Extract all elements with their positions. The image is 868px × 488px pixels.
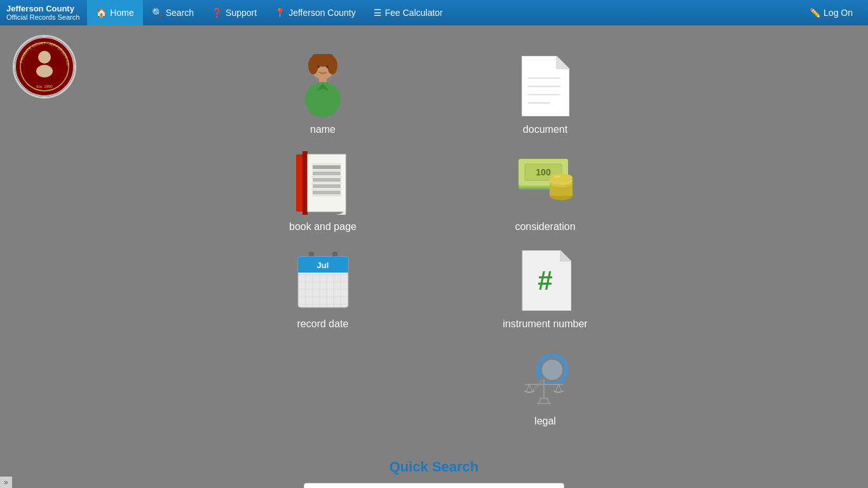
search-item-record-date[interactable]: Jul [275, 245, 370, 330]
svg-text:Est. 1950: Est. 1950 [36, 85, 53, 88]
nav-logon-button[interactable]: ✏️ Log On [801, 0, 862, 25]
search-icon: 🔍 [152, 8, 163, 18]
person-icon [297, 54, 348, 118]
svg-rect-31 [313, 172, 341, 175]
logon-icon: ✏️ [810, 8, 820, 18]
svg-text:#: # [538, 266, 552, 295]
svg-rect-32 [313, 178, 341, 182]
nav-brand-title: Jefferson County [6, 4, 79, 14]
search-item-instrument-number[interactable]: # instrument number [498, 245, 593, 330]
document-icon [522, 56, 569, 116]
calendar-icon: Jul [296, 252, 350, 309]
search-grid: name document [275, 51, 593, 427]
svg-point-3 [36, 65, 53, 78]
nav-item-jefferson-county[interactable]: 📍 Jefferson County [266, 0, 365, 25]
nav-item-jefferson-county-label: Jefferson County [288, 8, 356, 18]
svg-point-2 [38, 51, 51, 64]
nav-brand-subtitle: Official Records Search [6, 13, 79, 22]
quick-search-title: Quick Search [390, 459, 479, 475]
svg-line-95 [529, 384, 532, 391]
svg-line-97 [559, 384, 561, 391]
svg-rect-22 [302, 151, 308, 215]
consideration-label: consideration [515, 221, 575, 233]
nav-logon-label: Log On [824, 8, 853, 18]
search-item-book-and-page[interactable]: book and page [275, 148, 370, 233]
home-icon: 🏠 [96, 8, 107, 18]
search-item-legal[interactable]: legal [498, 342, 593, 427]
svg-marker-16 [557, 56, 569, 69]
quick-search-select[interactable]: - Select an option - Name Search Documen… [304, 483, 564, 488]
nav-item-search[interactable]: 🔍 Search [143, 0, 203, 25]
search-item-consideration[interactable]: 100 consideration [498, 148, 593, 233]
svg-point-9 [327, 57, 337, 74]
seal-svg: PROBATE COURT · JEFFERSON COUNTY · ALABA… [15, 37, 74, 97]
calculator-icon: ☰ [374, 8, 382, 18]
document-icon-wrapper [513, 51, 577, 121]
legal-icon-wrapper [513, 342, 577, 412]
instrument-icon-wrapper: # [513, 245, 577, 315]
svg-point-14 [326, 65, 329, 68]
record-date-label: record date [297, 318, 349, 330]
nav-item-home-label: Home [110, 8, 133, 18]
search-item-document[interactable]: document [498, 51, 593, 135]
svg-line-94 [527, 384, 529, 391]
svg-line-96 [556, 384, 559, 391]
book-icon-wrapper [291, 148, 355, 218]
svg-text:100: 100 [536, 167, 551, 177]
svg-point-8 [308, 57, 318, 74]
svg-point-13 [317, 65, 320, 68]
book-icon [296, 151, 350, 215]
svg-rect-34 [313, 191, 341, 194]
nav-item-support-label: Support [226, 8, 257, 18]
logo-seal: PROBATE COURT · JEFFERSON COUNTY · ALABA… [13, 35, 76, 98]
support-icon: ❓ [212, 8, 222, 18]
svg-point-45 [553, 175, 561, 178]
svg-line-100 [547, 398, 549, 403]
svg-point-44 [550, 173, 573, 182]
nav-item-search-label: Search [166, 8, 194, 18]
main-content: name document [0, 25, 868, 488]
calendar-icon-wrapper: Jul [291, 245, 355, 315]
document-label: document [523, 124, 567, 135]
book-and-page-label: book and page [289, 221, 356, 233]
name-icon-wrapper [291, 51, 355, 121]
svg-rect-33 [313, 184, 341, 188]
bottom-expand-button[interactable]: » [0, 477, 12, 488]
nav-item-home[interactable]: 🏠 Home [87, 0, 142, 25]
nav-item-support[interactable]: ❓ Support [203, 0, 266, 25]
nav-item-fee-calculator-label: Fee Calculator [385, 8, 443, 18]
logo-container: PROBATE COURT · JEFFERSON COUNTY · ALABA… [13, 35, 76, 98]
location-icon: 📍 [275, 8, 285, 18]
legal-scales-icon [515, 348, 576, 408]
svg-text:Jul: Jul [316, 261, 329, 270]
navbar: Jefferson County Official Records Search… [0, 0, 868, 25]
svg-rect-30 [313, 165, 341, 169]
nav-item-fee-calculator[interactable]: ☰ Fee Calculator [365, 0, 452, 25]
svg-point-90 [542, 360, 562, 380]
money-icon: 100 [515, 156, 576, 210]
instrument-number-label: instrument number [503, 318, 587, 330]
name-label: name [310, 124, 336, 135]
quick-search-section: Quick Search - Select an option - Name S… [304, 459, 564, 488]
instrument-icon: # [519, 250, 571, 311]
consideration-icon-wrapper: 100 [513, 148, 577, 218]
search-item-name[interactable]: name [275, 51, 370, 135]
svg-line-91 [533, 381, 542, 391]
nav-brand: Jefferson County Official Records Search [6, 4, 87, 22]
legal-label: legal [534, 416, 556, 427]
svg-line-99 [539, 398, 541, 403]
svg-marker-87 [560, 250, 571, 261]
